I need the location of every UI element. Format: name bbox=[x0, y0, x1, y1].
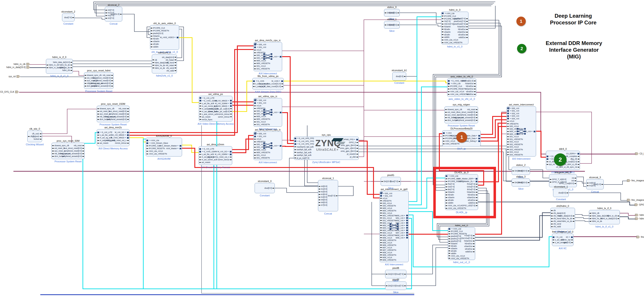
bus-expand-icon[interactable]: + bbox=[100, 131, 102, 134]
port-M00_AXI[interactable]: +M00_AXI bbox=[396, 214, 408, 217]
port-Din[23:0][interactable]: Din[23:0] bbox=[386, 273, 396, 276]
bus-expand-icon[interactable]: + bbox=[404, 229, 405, 232]
port-pin-icon[interactable] bbox=[282, 84, 283, 84]
port-pin-icon[interactable] bbox=[200, 97, 201, 99]
port-vStartOut[interactable]: vStartOut bbox=[465, 88, 476, 90]
port-pin-icon[interactable] bbox=[578, 162, 579, 162]
port-AXI4_Master_DDR[interactable]: +AXI4_Master_DDR bbox=[457, 177, 478, 180]
port-pl_resetn0[interactable]: pl_resetn0 bbox=[347, 153, 358, 156]
port-pin-icon[interactable] bbox=[380, 213, 382, 214]
block-xlconstant_2[interactable]: xlconstant_2Constantdout[7:0] bbox=[62, 14, 74, 22]
port-pin-icon[interactable] bbox=[476, 115, 478, 115]
port-pin-icon[interactable] bbox=[380, 242, 382, 243]
port-pin-icon[interactable] bbox=[553, 236, 554, 238]
port-pin-icon[interactable] bbox=[445, 109, 447, 110]
port-CbCrin[7:0][interactable]: CbCrin[7:0] bbox=[442, 22, 454, 25]
wire-navy[interactable] bbox=[275, 188, 318, 192]
port-pin-icon[interactable] bbox=[476, 197, 478, 198]
port-pin-icon[interactable] bbox=[590, 216, 591, 216]
wire-yellow[interactable] bbox=[182, 145, 198, 152]
port-peripheral_reset[0:0][interactable]: peripheral_reset[0:0] bbox=[64, 150, 84, 152]
port-ACLK[interactable]: ACLK bbox=[380, 197, 388, 200]
port-Din[23:0][interactable]: Din[23:0] bbox=[381, 180, 391, 183]
port-pin-icon[interactable] bbox=[151, 30, 152, 31]
port-pin-icon[interactable] bbox=[175, 62, 176, 63]
port-saxihp2_fpd_aclk[interactable]: saxihp2_fpd_aclk bbox=[294, 154, 312, 157]
block-clk_wiz_0[interactable]: clk_wiz_0Clocking Wizardclk_in1clk_out1c… bbox=[27, 130, 42, 142]
port-pin-icon[interactable] bbox=[380, 240, 382, 240]
port-dout[0:0][interactable]: dout[0:0] bbox=[558, 192, 568, 194]
port-S01_ACLK[interactable]: S01_ACLK bbox=[254, 120, 266, 123]
block-xlslice_2[interactable]: xlslice_2SliceDin[94:0]Dout[63:0] bbox=[512, 167, 530, 175]
bus-expand-icon[interactable]: + bbox=[445, 12, 446, 14]
port-BOut[7:0][interactable]: BOut[7:0] bbox=[467, 188, 478, 191]
port-pin-icon[interactable] bbox=[380, 235, 382, 236]
port-pin-icon[interactable] bbox=[294, 140, 296, 142]
port-M_AXI_MM2S[interactable]: +M_AXI_MM2S bbox=[215, 100, 232, 102]
port-pin-icon[interactable] bbox=[98, 135, 99, 136]
port-dout[7:0][interactable]: dout[7:0] bbox=[328, 194, 338, 197]
port-pin-icon[interactable] bbox=[590, 218, 591, 219]
port-pl_clk0[interactable]: pl_clk0 bbox=[350, 156, 358, 158]
port-pin-icon[interactable] bbox=[26, 66, 30, 68]
port-pin-icon[interactable] bbox=[254, 52, 256, 53]
bus-expand-icon[interactable]: + bbox=[510, 118, 511, 120]
port-hEndOut[interactable]: hEndOut bbox=[468, 194, 478, 196]
port-pin-icon[interactable] bbox=[120, 14, 122, 14]
port-hEndOut[interactable]: hEndOut bbox=[465, 242, 474, 245]
port-mb_reset[interactable]: mb_reset bbox=[119, 107, 129, 110]
block-expand-icon[interactable]: + bbox=[254, 43, 256, 45]
port-pin-icon[interactable] bbox=[254, 108, 256, 109]
port-ROut[7:0][interactable]: ROut[7:0] bbox=[467, 183, 478, 186]
port-pin-icon[interactable] bbox=[473, 246, 474, 247]
port-pin-icon[interactable] bbox=[446, 175, 448, 177]
bus-expand-icon[interactable]: + bbox=[404, 232, 405, 234]
port-pin-icon[interactable] bbox=[175, 57, 176, 58]
port-pin-icon[interactable] bbox=[448, 231, 450, 232]
port-pin-icon[interactable] bbox=[356, 157, 358, 158]
port-hdmi_vs_de[interactable]: hdmi_vs_de bbox=[562, 220, 574, 222]
port-pin-icon[interactable] bbox=[380, 250, 382, 250]
port-pin-icon[interactable] bbox=[356, 151, 358, 152]
port-pin-icon[interactable] bbox=[175, 70, 176, 71]
port-pin-icon[interactable] bbox=[476, 120, 478, 121]
bus-expand-icon[interactable]: + bbox=[257, 99, 258, 102]
port-iic2intc_irpt[interactable]: iic2intc_irpt bbox=[561, 238, 573, 241]
port-IIC[interactable]: +IIC bbox=[566, 236, 573, 238]
port-pin-icon[interactable] bbox=[254, 155, 256, 156]
port-pin-icon[interactable] bbox=[180, 148, 182, 149]
port-M00_ARESETN[interactable]: M00_ARESETN bbox=[380, 209, 396, 212]
port-pin-icon[interactable] bbox=[70, 70, 72, 71]
port-pin-icon[interactable] bbox=[618, 218, 619, 219]
port-dout[0:0][interactable]: dout[0:0] bbox=[264, 187, 274, 190]
port-pin-icon[interactable] bbox=[82, 145, 84, 146]
port-pin-icon[interactable] bbox=[507, 142, 509, 142]
port-pin-icon[interactable] bbox=[551, 210, 553, 211]
external-port-hdmi_rx_data[15:0][interactable]: hdmi_rx_data[15:0] bbox=[6, 66, 30, 68]
port-pin-icon[interactable] bbox=[319, 197, 320, 198]
port-M07_ACLK[interactable]: M07_ACLK bbox=[380, 246, 392, 249]
port-pin-icon[interactable] bbox=[15, 91, 19, 93]
port-pin-icon[interactable] bbox=[127, 119, 129, 120]
port-pin-icon[interactable] bbox=[445, 120, 447, 121]
block-axis_video_to_vht_0[interactable]: axis_video_to_vht_0axis_video_to_vht_v1_… bbox=[447, 78, 476, 97]
port-pin-icon[interactable] bbox=[406, 217, 408, 219]
port-hStartIn[interactable]: hStartIn bbox=[446, 191, 454, 194]
port-rst[interactable]: rst bbox=[572, 177, 576, 179]
bus-expand-icon[interactable]: + bbox=[149, 142, 150, 144]
wire-maroon[interactable] bbox=[620, 213, 635, 216]
block-vht_to_axis_video_0[interactable]: vht_to_axis_video_0vht_to_axis_video_v1_… bbox=[150, 25, 179, 50]
port-pin-icon[interactable] bbox=[442, 26, 443, 27]
port-pin-icon[interactable] bbox=[230, 111, 232, 112]
port-pin-icon[interactable] bbox=[294, 146, 296, 147]
port-gpo[0:0][interactable]: gpo[0:0] bbox=[564, 241, 573, 244]
port-pin-icon[interactable] bbox=[473, 238, 474, 239]
port-pin-icon[interactable] bbox=[127, 116, 129, 117]
wire-navy[interactable] bbox=[433, 20, 499, 185]
port-M08_AXI[interactable]: +M08_AXI bbox=[396, 234, 408, 236]
port-pin-icon[interactable] bbox=[152, 65, 154, 66]
bus-expand-icon[interactable]: + bbox=[476, 137, 477, 140]
port-M_AXIS[interactable]: +M_AXIS bbox=[272, 80, 283, 82]
port-pin-icon[interactable] bbox=[146, 140, 148, 141]
port-pin-icon[interactable] bbox=[127, 108, 129, 109]
